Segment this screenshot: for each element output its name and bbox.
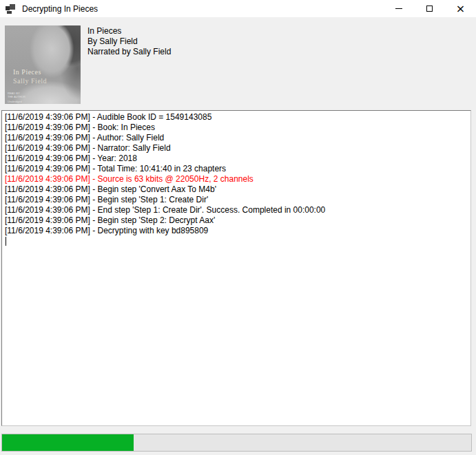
text-caret (6, 237, 6, 246)
maximize-icon (426, 6, 433, 12)
close-icon: × (456, 3, 465, 14)
log-textbox[interactable]: [11/6/2019 4:39:06 PM] - Audible Book ID… (1, 110, 471, 426)
log-line: [11/6/2019 4:39:06 PM] - Decrypting with… (5, 226, 469, 236)
cover-title-text: In Pieces (13, 68, 41, 76)
progress-bar (1, 434, 472, 452)
log-line: [11/6/2019 4:39:06 PM] - Total Time: 10:… (5, 164, 469, 174)
log-line: [11/6/2019 4:39:06 PM] - Begin step 'Ste… (5, 195, 469, 205)
book-cover-image: In Pieces Sally Field READ BY THE AUTHOR… (5, 25, 81, 104)
cover-author-text: Sally Field (13, 77, 47, 85)
book-info: In Pieces By Sally Field Narrated by Sal… (87, 26, 171, 57)
close-button[interactable]: × (445, 0, 476, 17)
app-icon (6, 4, 15, 14)
title-bar: Decrypting In Pieces × (0, 0, 476, 17)
log-line: [11/6/2019 4:39:06 PM] - Year: 2018 (5, 154, 469, 164)
log-line: [11/6/2019 4:39:06 PM] - Source is 63 kb… (5, 174, 469, 184)
log-line: [11/6/2019 4:39:06 PM] - Book: In Pieces (5, 123, 469, 133)
log-line: [11/6/2019 4:39:06 PM] - End step 'Step … (5, 205, 469, 215)
log-line: [11/6/2019 4:39:06 PM] - Author: Sally F… (5, 133, 469, 143)
app-window: Decrypting In Pieces × In Pieces Sally F… (0, 0, 476, 455)
cover-readby-text: READ BY THE AUTHOR (8, 92, 25, 98)
window-controls: × (383, 0, 476, 17)
cover-unabridged-text: Unabridged (8, 100, 22, 103)
minimize-button[interactable] (383, 0, 414, 17)
log-line: [11/6/2019 4:39:06 PM] - Begin step 'Ste… (5, 215, 469, 226)
progress-fill (2, 434, 134, 451)
log-line: [11/6/2019 4:39:06 PM] - Narrator: Sally… (5, 143, 469, 154)
book-narrator: Narrated by Sally Field (87, 47, 171, 57)
book-author: By Sally Field (87, 36, 171, 47)
maximize-button[interactable] (414, 0, 445, 17)
book-title: In Pieces (87, 26, 171, 36)
window-title: Decrypting In Pieces (22, 4, 98, 14)
log-line: [11/6/2019 4:39:06 PM] - Audible Book ID… (5, 112, 469, 123)
minimize-icon (395, 8, 402, 9)
log-line: [11/6/2019 4:39:06 PM] - Begin step 'Con… (5, 184, 469, 195)
